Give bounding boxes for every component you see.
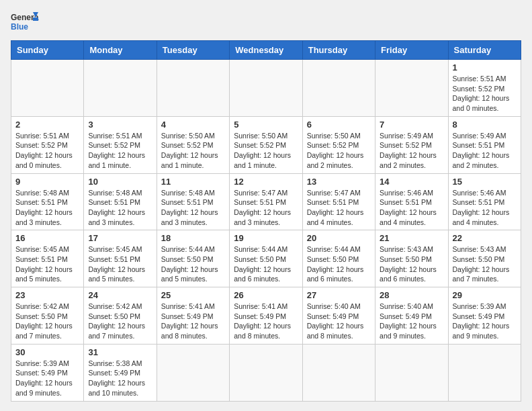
day-number: 26 bbox=[234, 290, 298, 300]
day-info: Sunrise: 5:48 AM Sunset: 5:51 PM Dayligh… bbox=[161, 188, 225, 228]
calendar-cell: 2Sunrise: 5:51 AM Sunset: 5:52 PM Daylig… bbox=[11, 116, 84, 173]
logo-svg: General Blue bbox=[11, 11, 39, 35]
day-info: Sunrise: 5:51 AM Sunset: 5:52 PM Dayligh… bbox=[15, 131, 79, 171]
day-info: Sunrise: 5:43 AM Sunset: 5:50 PM Dayligh… bbox=[453, 244, 517, 284]
week-row-3: 9Sunrise: 5:48 AM Sunset: 5:51 PM Daylig… bbox=[11, 173, 521, 230]
day-number: 1 bbox=[453, 62, 517, 73]
day-number: 17 bbox=[88, 233, 152, 243]
day-info: Sunrise: 5:44 AM Sunset: 5:50 PM Dayligh… bbox=[307, 244, 371, 284]
calendar-cell bbox=[157, 344, 229, 401]
calendar-cell: 19Sunrise: 5:44 AM Sunset: 5:50 PM Dayli… bbox=[230, 230, 302, 287]
day-number: 9 bbox=[15, 177, 79, 187]
day-info: Sunrise: 5:39 AM Sunset: 5:49 PM Dayligh… bbox=[15, 359, 79, 398]
calendar: SundayMondayTuesdayWednesdayThursdayFrid… bbox=[11, 40, 521, 402]
calendar-cell: 10Sunrise: 5:48 AM Sunset: 5:51 PM Dayli… bbox=[84, 173, 157, 230]
day-info: Sunrise: 5:50 AM Sunset: 5:52 PM Dayligh… bbox=[307, 131, 371, 171]
calendar-cell bbox=[157, 60, 229, 117]
calendar-cell: 3Sunrise: 5:51 AM Sunset: 5:52 PM Daylig… bbox=[84, 116, 157, 173]
day-number: 18 bbox=[161, 233, 225, 243]
calendar-cell: 22Sunrise: 5:43 AM Sunset: 5:50 PM Dayli… bbox=[448, 230, 521, 287]
day-info: Sunrise: 5:42 AM Sunset: 5:50 PM Dayligh… bbox=[88, 302, 152, 341]
day-info: Sunrise: 5:48 AM Sunset: 5:51 PM Dayligh… bbox=[88, 188, 152, 228]
day-info: Sunrise: 5:49 AM Sunset: 5:52 PM Dayligh… bbox=[380, 131, 443, 171]
calendar-cell: 1Sunrise: 5:51 AM Sunset: 5:52 PM Daylig… bbox=[448, 60, 521, 117]
calendar-cell: 26Sunrise: 5:41 AM Sunset: 5:49 PM Dayli… bbox=[230, 287, 302, 345]
day-number: 15 bbox=[453, 177, 517, 187]
day-info: Sunrise: 5:46 AM Sunset: 5:51 PM Dayligh… bbox=[453, 188, 517, 228]
calendar-cell: 25Sunrise: 5:41 AM Sunset: 5:49 PM Dayli… bbox=[157, 287, 229, 345]
day-number: 27 bbox=[307, 290, 371, 300]
day-number: 23 bbox=[15, 290, 79, 300]
logo: General Blue bbox=[11, 11, 39, 35]
day-info: Sunrise: 5:40 AM Sunset: 5:49 PM Dayligh… bbox=[307, 302, 371, 341]
day-number: 21 bbox=[380, 233, 443, 243]
day-number: 24 bbox=[88, 290, 152, 300]
calendar-cell: 13Sunrise: 5:47 AM Sunset: 5:51 PM Dayli… bbox=[302, 173, 375, 230]
day-info: Sunrise: 5:50 AM Sunset: 5:52 PM Dayligh… bbox=[161, 131, 225, 171]
day-info: Sunrise: 5:39 AM Sunset: 5:49 PM Dayligh… bbox=[453, 302, 517, 341]
calendar-cell: 12Sunrise: 5:47 AM Sunset: 5:51 PM Dayli… bbox=[230, 173, 302, 230]
svg-rect-3 bbox=[33, 17, 38, 21]
day-number: 28 bbox=[380, 290, 443, 300]
weekday-header-row: SundayMondayTuesdayWednesdayThursdayFrid… bbox=[11, 41, 521, 60]
day-number: 12 bbox=[234, 177, 298, 187]
svg-text:Blue: Blue bbox=[11, 22, 28, 32]
day-number: 19 bbox=[234, 233, 298, 243]
day-number: 5 bbox=[234, 120, 298, 130]
weekday-header-tuesday: Tuesday bbox=[157, 41, 229, 60]
calendar-cell bbox=[375, 60, 448, 117]
calendar-cell bbox=[375, 344, 448, 401]
day-info: Sunrise: 5:41 AM Sunset: 5:49 PM Dayligh… bbox=[161, 302, 225, 341]
day-number: 20 bbox=[307, 233, 371, 243]
day-info: Sunrise: 5:38 AM Sunset: 5:49 PM Dayligh… bbox=[88, 359, 152, 398]
calendar-cell: 24Sunrise: 5:42 AM Sunset: 5:50 PM Dayli… bbox=[84, 287, 157, 345]
week-row-5: 23Sunrise: 5:42 AM Sunset: 5:50 PM Dayli… bbox=[11, 287, 521, 345]
day-info: Sunrise: 5:43 AM Sunset: 5:50 PM Dayligh… bbox=[380, 244, 443, 284]
day-number: 3 bbox=[88, 120, 152, 130]
week-row-6: 30Sunrise: 5:39 AM Sunset: 5:49 PM Dayli… bbox=[11, 344, 521, 401]
day-number: 14 bbox=[380, 177, 443, 187]
day-number: 13 bbox=[307, 177, 371, 187]
weekday-header-wednesday: Wednesday bbox=[230, 41, 302, 60]
day-number: 8 bbox=[453, 120, 517, 130]
calendar-cell: 9Sunrise: 5:48 AM Sunset: 5:51 PM Daylig… bbox=[11, 173, 84, 230]
calendar-cell: 6Sunrise: 5:50 AM Sunset: 5:52 PM Daylig… bbox=[302, 116, 375, 173]
day-number: 25 bbox=[161, 290, 225, 300]
day-info: Sunrise: 5:41 AM Sunset: 5:49 PM Dayligh… bbox=[234, 302, 298, 341]
calendar-cell: 31Sunrise: 5:38 AM Sunset: 5:49 PM Dayli… bbox=[84, 344, 157, 401]
calendar-cell bbox=[448, 344, 521, 401]
calendar-cell: 4Sunrise: 5:50 AM Sunset: 5:52 PM Daylig… bbox=[157, 116, 229, 173]
day-number: 10 bbox=[88, 177, 152, 187]
calendar-cell: 14Sunrise: 5:46 AM Sunset: 5:51 PM Dayli… bbox=[375, 173, 448, 230]
day-number: 22 bbox=[453, 233, 517, 243]
day-info: Sunrise: 5:42 AM Sunset: 5:50 PM Dayligh… bbox=[15, 302, 79, 341]
calendar-cell: 21Sunrise: 5:43 AM Sunset: 5:50 PM Dayli… bbox=[375, 230, 448, 287]
day-number: 2 bbox=[15, 120, 79, 130]
calendar-cell: 16Sunrise: 5:45 AM Sunset: 5:51 PM Dayli… bbox=[11, 230, 84, 287]
day-number: 4 bbox=[161, 120, 225, 130]
calendar-cell bbox=[302, 344, 375, 401]
weekday-header-sunday: Sunday bbox=[11, 41, 84, 60]
calendar-cell: 28Sunrise: 5:40 AM Sunset: 5:49 PM Dayli… bbox=[375, 287, 448, 345]
day-info: Sunrise: 5:45 AM Sunset: 5:51 PM Dayligh… bbox=[15, 244, 79, 284]
calendar-cell: 18Sunrise: 5:44 AM Sunset: 5:50 PM Dayli… bbox=[157, 230, 229, 287]
calendar-cell bbox=[230, 344, 302, 401]
page-header: General Blue bbox=[11, 11, 521, 35]
day-number: 11 bbox=[161, 177, 225, 187]
weekday-header-saturday: Saturday bbox=[448, 41, 521, 60]
day-info: Sunrise: 5:45 AM Sunset: 5:51 PM Dayligh… bbox=[88, 244, 152, 284]
day-info: Sunrise: 5:49 AM Sunset: 5:51 PM Dayligh… bbox=[453, 131, 517, 171]
day-number: 7 bbox=[380, 120, 443, 130]
calendar-cell: 27Sunrise: 5:40 AM Sunset: 5:49 PM Dayli… bbox=[302, 287, 375, 345]
weekday-header-thursday: Thursday bbox=[302, 41, 375, 60]
calendar-cell: 23Sunrise: 5:42 AM Sunset: 5:50 PM Dayli… bbox=[11, 287, 84, 345]
day-number: 31 bbox=[88, 347, 152, 357]
calendar-cell: 15Sunrise: 5:46 AM Sunset: 5:51 PM Dayli… bbox=[448, 173, 521, 230]
day-info: Sunrise: 5:50 AM Sunset: 5:52 PM Dayligh… bbox=[234, 131, 298, 171]
calendar-cell: 30Sunrise: 5:39 AM Sunset: 5:49 PM Dayli… bbox=[11, 344, 84, 401]
day-info: Sunrise: 5:44 AM Sunset: 5:50 PM Dayligh… bbox=[234, 244, 298, 284]
day-number: 29 bbox=[453, 290, 517, 300]
calendar-cell: 8Sunrise: 5:49 AM Sunset: 5:51 PM Daylig… bbox=[448, 116, 521, 173]
day-info: Sunrise: 5:46 AM Sunset: 5:51 PM Dayligh… bbox=[380, 188, 443, 228]
weekday-header-friday: Friday bbox=[375, 41, 448, 60]
